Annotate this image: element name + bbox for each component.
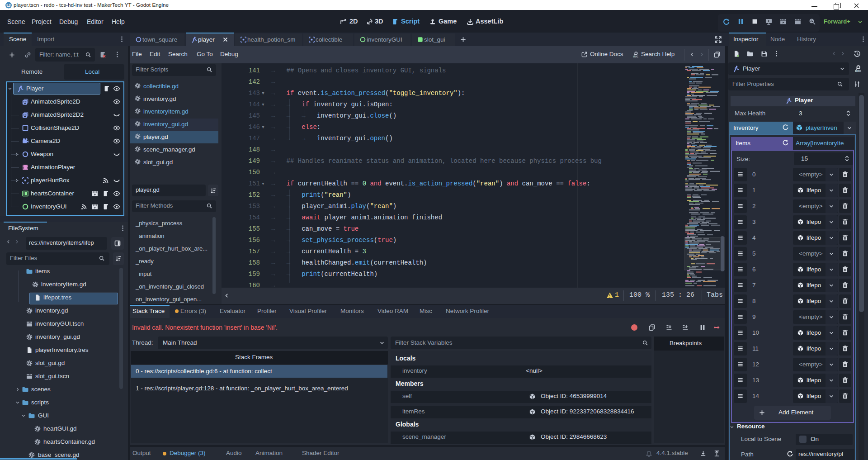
svg-text:DOC: DOC [855,70,861,72]
svg-text:DOC: DOC [633,55,639,58]
